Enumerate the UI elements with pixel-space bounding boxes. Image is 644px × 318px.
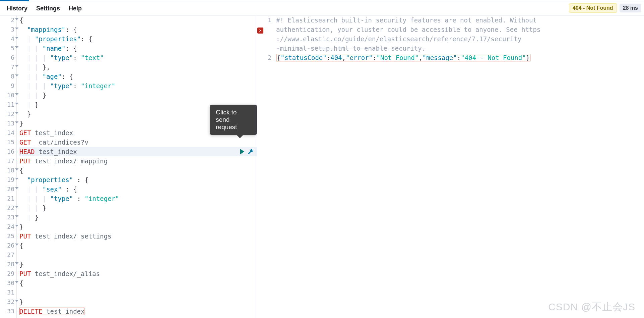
- code-line[interactable]: | | }: [19, 203, 257, 213]
- code-line[interactable]: | | "sex" : {: [19, 184, 257, 194]
- request-editor[interactable]: { "mappings": { | "properties": { | | "n…: [17, 15, 257, 318]
- response-gutter: ✕ 1 2: [257, 15, 274, 318]
- code-line[interactable]: {: [19, 241, 257, 250]
- code-line[interactable]: {: [19, 15, 257, 25]
- response-time-badge: 28 ms: [620, 4, 641, 12]
- http-status-badge: 404 - Not Found: [569, 3, 617, 13]
- code-line[interactable]: DELETE test_index: [19, 307, 257, 316]
- response-deprecation-line: authentication, your cluster could be ac…: [276, 25, 641, 34]
- wrench-icon[interactable]: [248, 149, 254, 155]
- code-line[interactable]: | | "age": {: [19, 72, 257, 81]
- code-line[interactable]: }: [19, 297, 257, 307]
- code-line[interactable]: | | "name": {: [19, 44, 257, 53]
- code-line[interactable]: HEAD test_index: [19, 147, 257, 156]
- code-line[interactable]: [19, 250, 257, 260]
- code-line[interactable]: | | },: [19, 62, 257, 72]
- line-gutter: 2345678910111213141516171819202122232425…: [0, 15, 17, 318]
- code-line[interactable]: "mappings": {: [19, 25, 257, 34]
- code-line[interactable]: {: [19, 166, 257, 175]
- menu-history[interactable]: History: [3, 3, 31, 14]
- response-pane: ✕ 1 2 #! Elasticsearch built-in security…: [257, 15, 644, 318]
- code-line[interactable]: | | }: [19, 91, 257, 100]
- code-line[interactable]: | | | "type": "text": [19, 53, 257, 62]
- response-viewer[interactable]: #! Elasticsearch built-in security featu…: [274, 15, 644, 318]
- menu-settings[interactable]: Settings: [32, 3, 64, 14]
- menu-help[interactable]: Help: [65, 3, 86, 14]
- code-line[interactable]: | | | "type": "integer": [19, 81, 257, 91]
- code-line[interactable]: PUT test_index/_mapping: [19, 156, 257, 166]
- response-deprecation-line: -minimal-setup.html to enable security.: [276, 44, 641, 53]
- code-line[interactable]: | }: [19, 213, 257, 222]
- code-line[interactable]: PUT test_index/_settings: [19, 231, 257, 241]
- response-deprecation-line: #! Elasticsearch built-in security featu…: [276, 15, 641, 25]
- code-line[interactable]: GET _cat/indices?v: [19, 138, 257, 147]
- request-editor-pane[interactable]: 2345678910111213141516171819202122232425…: [0, 15, 257, 318]
- send-request-tooltip: Click to send request: [210, 105, 257, 135]
- code-line[interactable]: | "properties": {: [19, 34, 257, 44]
- response-body-line[interactable]: {"statusCode":404,"error":"Not Found","m…: [276, 53, 641, 62]
- menubar: History Settings Help 404 - Not Found 28…: [0, 2, 644, 15]
- code-line[interactable]: {: [19, 278, 257, 288]
- code-line[interactable]: | | | "type" : "integer": [19, 194, 257, 203]
- response-deprecation-line: ://www.elastic.co/guide/en/elasticsearch…: [276, 34, 641, 44]
- code-line[interactable]: "properties" : {: [19, 175, 257, 184]
- code-line[interactable]: }: [19, 222, 257, 231]
- code-line[interactable]: }: [19, 260, 257, 269]
- status-badges: 404 - Not Found 28 ms: [569, 3, 641, 13]
- code-line[interactable]: PUT test_index/_alias: [19, 269, 257, 278]
- send-request-icon[interactable]: [240, 149, 244, 154]
- code-line[interactable]: [19, 288, 257, 297]
